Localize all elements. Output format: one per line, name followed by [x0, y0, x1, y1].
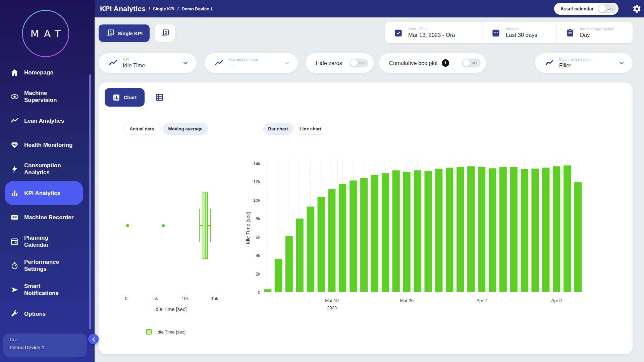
legend-item-idle-time[interactable]: Idle Time [sec] [146, 329, 185, 335]
kpi-select[interactable]: KPI Idle Time [99, 53, 197, 73]
breadcrumb: KPI Analytics / Single KPI / Demo Device… [100, 0, 213, 17]
bar-day-15[interactable] [414, 170, 421, 292]
info-icon[interactable]: i [442, 59, 449, 67]
bar-day-18[interactable] [446, 168, 453, 292]
line-selector-card[interactable]: Line Demo Device 1 [3, 334, 87, 357]
bar-day-24[interactable] [510, 167, 518, 292]
clipboard-icon [566, 28, 575, 37]
date-range-field[interactable]: Start - End Mar 13, 2023 - Ora [385, 22, 482, 43]
cumulative-box-plot-label: Cumulative box plot [389, 60, 438, 66]
asset-calendar-toggle[interactable]: OFF [598, 4, 616, 13]
bar-day-19[interactable] [457, 167, 464, 292]
sidebar-item-label: Machine Recorder [24, 214, 73, 221]
bar-day-27[interactable] [542, 168, 549, 292]
single-kpi-label: Single KPI [118, 31, 143, 36]
bar-day-26[interactable] [532, 169, 539, 292]
bar-day-22[interactable] [489, 168, 496, 292]
box-plot-chart[interactable]: 05k10k15kIdle Time [sec] [117, 154, 228, 321]
barchart-x-tick: Mar 26 [400, 298, 413, 303]
bar-day-8[interactable] [339, 184, 346, 292]
bar-day-5[interactable] [307, 206, 314, 292]
sidebar-item-machine-supervision[interactable]: MachineSupervision [5, 84, 83, 109]
machine-selection-label: Machine Selection [559, 57, 591, 61]
cumulative-box-plot-toggle[interactable]: OFF [462, 59, 481, 67]
boxplot-outlier-point[interactable] [162, 224, 165, 227]
idle-time-bar-chart[interactable]: 02k4k6k8k10k12k14kIdle Time [sec]Mar 192… [245, 154, 614, 328]
sidebar-item-performance-settings[interactable]: PerformanceSettings [5, 253, 83, 278]
bar-day-14[interactable] [403, 172, 411, 292]
bar-day-16[interactable] [425, 171, 432, 292]
bar-day-11[interactable] [371, 175, 378, 292]
hide-zeros-toggle[interactable]: OFF [350, 59, 368, 67]
bar-chart-button[interactable]: Bar chart [263, 123, 293, 135]
toggle-knob [598, 5, 606, 12]
sidebar-item-smart-notifications[interactable]: SmartNotifications [5, 278, 83, 302]
barchart-y-tick: 10k [253, 198, 260, 203]
sidebar-item-lean-analytics[interactable]: Lean Analytics [5, 109, 83, 133]
bar-day-7[interactable] [328, 189, 335, 292]
settings-button[interactable] [632, 4, 641, 13]
barchart-x-tick: Apr 2 [476, 298, 487, 303]
bar-day-23[interactable] [499, 167, 507, 292]
toggle-state: OFF [607, 7, 614, 10]
multi-kpi-icon: 2 [161, 29, 169, 38]
sidebar-collapse-button[interactable] [88, 334, 99, 344]
bar-day-10[interactable] [360, 178, 368, 292]
breadcrumb-single-kpi[interactable]: Single KPI [153, 6, 174, 11]
breadcrumb-device[interactable]: Demo Device 1 [182, 6, 213, 11]
bar-day-6[interactable] [318, 197, 325, 292]
bar-day-21[interactable] [478, 167, 485, 292]
barchart-y-tick: 12k [253, 179, 260, 184]
sidebar-item-planning-calendar[interactable]: PlanningCalendar [5, 229, 83, 253]
sidebar-item-kpi-analytics[interactable]: KPI Analytics [5, 181, 83, 205]
barchart-x-tick: Mar 19 [325, 298, 338, 303]
machine-selection-select[interactable]: Machine Selection Filler [535, 53, 633, 73]
bar-day-13[interactable] [392, 170, 400, 292]
hide-zeros-label: Hide zeros [316, 60, 342, 66]
interval-aggregation-value: Day [580, 32, 614, 38]
bar-day-9[interactable] [350, 180, 357, 292]
chevron-down-icon [622, 31, 627, 34]
moving-average-button[interactable]: Moving average [163, 123, 208, 135]
boxplot-x-tick: 15k [211, 296, 218, 301]
line-card-label: Line [10, 338, 80, 342]
barchart-y-tick: 8k [256, 216, 260, 221]
hide-zeros-control: Hide zeros OFF [306, 53, 374, 73]
bar-day-28[interactable] [553, 166, 560, 292]
asset-calendar-toggle-pill[interactable]: Asset calendar OFF [554, 3, 619, 15]
barchart-y-tick: 4k [256, 253, 260, 258]
bar-day-1[interactable] [264, 289, 271, 292]
sidebar-item-options[interactable]: Options [5, 302, 83, 326]
kpi-label: KPI [123, 57, 145, 61]
bar-day-4[interactable] [296, 219, 304, 292]
aggregation-type-select[interactable]: Aggregation type --- [205, 53, 298, 73]
chart-tab[interactable]: Chart [105, 88, 145, 107]
bar-day-3[interactable] [285, 236, 293, 292]
bar-day-17[interactable] [435, 169, 442, 292]
cassette-icon [10, 213, 19, 222]
bar-day-25[interactable] [521, 169, 528, 292]
interval-aggregation-select[interactable]: Interval Aggregation Day [556, 22, 633, 43]
sidebar-scrollbar[interactable] [89, 74, 91, 329]
bar-day-30[interactable] [574, 182, 582, 292]
sidebar-item-homepage[interactable]: Homepage [5, 60, 83, 84]
line-chart-button[interactable]: Line chart [294, 123, 326, 135]
bar-day-12[interactable] [382, 173, 389, 292]
kpi-value: Idle Time [123, 62, 145, 69]
sidebar-item-machine-recorder[interactable]: Machine Recorder [5, 205, 83, 229]
table-view-button[interactable] [155, 93, 164, 102]
bar-day-29[interactable] [564, 165, 571, 292]
bar-day-2[interactable] [275, 259, 282, 292]
aggregation-type-label: Aggregation type [229, 57, 258, 61]
multi-kpi-button[interactable]: 2 [155, 24, 175, 42]
interval-select[interactable]: Interval Last 30 days [482, 22, 556, 43]
boxplot-outlier-point[interactable] [126, 224, 129, 227]
sidebar-item-health-monitoring[interactable]: Health Monitoring [5, 133, 83, 157]
chevron-left-icon [92, 337, 95, 342]
actual-data-button[interactable]: Actual data [123, 123, 161, 135]
calendar-icon [491, 28, 500, 37]
single-kpi-button[interactable]: 1 Single KPI [99, 24, 150, 42]
sidebar: MAT HomepageMachineSupervisionLean Analy… [0, 0, 95, 362]
sidebar-item-consumption-analytics[interactable]: ConsumptionAnalytics [5, 157, 83, 181]
bar-day-20[interactable] [467, 166, 475, 292]
